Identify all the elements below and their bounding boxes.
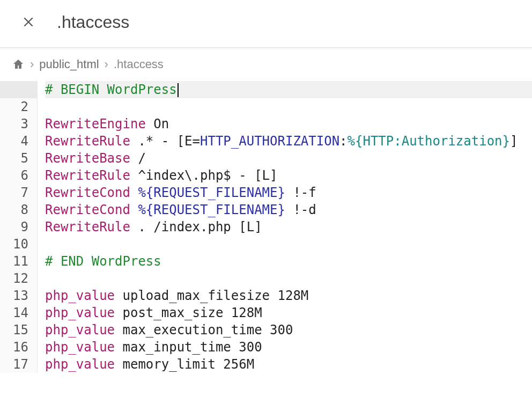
text-cursor bbox=[178, 83, 179, 97]
code-token: memory_limit 256M bbox=[115, 357, 254, 372]
code-line[interactable] bbox=[45, 270, 532, 287]
line-number: 5 bbox=[0, 150, 37, 167]
code-token: On bbox=[146, 116, 169, 131]
line-number: 3 bbox=[0, 115, 37, 133]
line-number: 15 bbox=[0, 321, 37, 339]
code-token: : bbox=[339, 134, 347, 149]
code-token bbox=[130, 202, 138, 217]
code-line[interactable]: php_value max_execution_time 300 bbox=[45, 321, 532, 339]
code-line[interactable]: php_value max_input_time 300 bbox=[45, 339, 532, 356]
code-token: %{REQUEST_FILENAME} bbox=[138, 202, 285, 217]
code-token: RewriteRule bbox=[45, 134, 130, 149]
code-line[interactable]: RewriteBase / bbox=[45, 150, 532, 167]
file-title: .htaccess bbox=[57, 12, 129, 32]
code-line[interactable]: RewriteCond %{REQUEST_FILENAME} !-f bbox=[45, 184, 532, 201]
code-token: php_value bbox=[45, 357, 115, 372]
code-token: !-d bbox=[285, 202, 316, 217]
line-number: 7 bbox=[0, 184, 37, 201]
line-number: 11 bbox=[0, 253, 37, 270]
code-token: RewriteCond bbox=[45, 185, 130, 200]
code-line[interactable]: # BEGIN WordPress bbox=[45, 81, 532, 98]
line-number: 14 bbox=[0, 304, 37, 321]
line-number: 2 bbox=[0, 98, 37, 115]
line-number: 17 bbox=[0, 356, 37, 373]
breadcrumb-item-0[interactable]: public_html bbox=[39, 57, 99, 71]
chevron-right-icon: › bbox=[30, 57, 34, 71]
line-number: 4 bbox=[0, 133, 37, 150]
code-token: post_max_size 128M bbox=[115, 305, 262, 320]
code-line[interactable] bbox=[45, 236, 532, 253]
code-token: / bbox=[130, 151, 146, 166]
code-token: RewriteRule bbox=[45, 219, 130, 234]
close-icon bbox=[22, 16, 35, 28]
code-token: ^index\.php$ - [L] bbox=[130, 168, 278, 183]
code-line[interactable]: php_value memory_limit 256M bbox=[45, 356, 532, 373]
code-token: RewriteCond bbox=[45, 202, 130, 217]
home-icon bbox=[12, 58, 25, 71]
code-token: !-f bbox=[285, 185, 316, 200]
line-number: 16 bbox=[0, 339, 37, 356]
close-button[interactable] bbox=[16, 10, 41, 34]
code-token: HTTP_AUTHORIZATION bbox=[200, 134, 339, 149]
code-line[interactable]: RewriteCond %{REQUEST_FILENAME} !-d bbox=[45, 201, 532, 218]
code-line[interactable]: php_value post_max_size 128M bbox=[45, 304, 532, 321]
code-token: # END WordPress bbox=[45, 254, 161, 269]
code-editor[interactable]: 1234567891011121314151617 # BEGIN WordPr… bbox=[0, 81, 532, 373]
line-number: 12 bbox=[0, 270, 37, 287]
code-token: php_value bbox=[45, 322, 115, 337]
code-token: RewriteBase bbox=[45, 151, 130, 166]
breadcrumb-item-1: .htaccess bbox=[114, 57, 164, 71]
header-bar: .htaccess bbox=[0, 0, 532, 48]
line-number: 9 bbox=[0, 218, 37, 236]
code-area[interactable]: # BEGIN WordPressRewriteEngine OnRewrite… bbox=[38, 81, 532, 373]
code-token: RewriteEngine bbox=[45, 116, 146, 131]
breadcrumb-home[interactable] bbox=[12, 58, 25, 71]
code-token: max_input_time 300 bbox=[115, 340, 262, 355]
code-token: php_value bbox=[45, 288, 115, 303]
code-token: %{HTTP:Authorization} bbox=[348, 134, 510, 149]
code-token: ] bbox=[510, 134, 518, 149]
code-token: # BEGIN WordPress bbox=[45, 82, 177, 97]
line-number: 8 bbox=[0, 201, 37, 218]
code-line[interactable]: RewriteRule .* - [E=HTTP_AUTHORIZATION:%… bbox=[45, 133, 532, 150]
code-token: max_execution_time 300 bbox=[115, 322, 293, 337]
line-number: 6 bbox=[0, 167, 37, 184]
code-token bbox=[130, 185, 138, 200]
line-number: 10 bbox=[0, 236, 37, 253]
code-line[interactable]: # END WordPress bbox=[45, 253, 532, 270]
code-line[interactable]: RewriteRule . /index.php [L] bbox=[45, 218, 532, 236]
line-number: 13 bbox=[0, 287, 37, 304]
code-line[interactable]: RewriteRule ^index\.php$ - [L] bbox=[45, 167, 532, 184]
code-token: RewriteRule bbox=[45, 168, 130, 183]
code-token: %{REQUEST_FILENAME} bbox=[138, 185, 285, 200]
chevron-right-icon: › bbox=[105, 57, 108, 71]
code-token: .* - [E= bbox=[130, 134, 200, 149]
code-token: php_value bbox=[45, 305, 115, 320]
code-token: . /index.php [L] bbox=[130, 219, 262, 234]
code-token: upload_max_filesize 128M bbox=[115, 288, 308, 303]
code-line[interactable] bbox=[45, 98, 532, 115]
line-number-gutter: 1234567891011121314151617 bbox=[0, 81, 38, 373]
code-line[interactable]: RewriteEngine On bbox=[45, 115, 532, 133]
breadcrumb: › public_html › .htaccess bbox=[0, 48, 532, 81]
code-line[interactable]: php_value upload_max_filesize 128M bbox=[45, 287, 532, 304]
code-token: php_value bbox=[45, 340, 115, 355]
